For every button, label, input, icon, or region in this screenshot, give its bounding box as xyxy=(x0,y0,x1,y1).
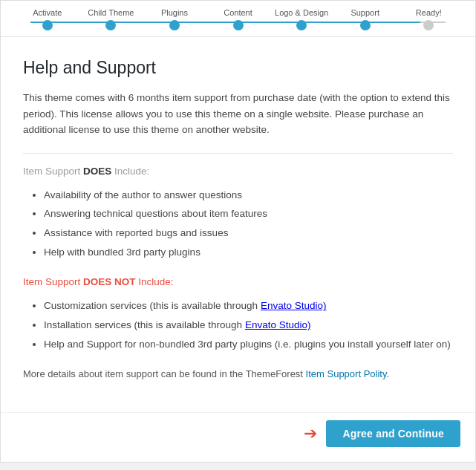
step-support-label: Support xyxy=(351,8,379,17)
step-content-dot xyxy=(233,20,244,30)
list-item: Installation services (this is available… xyxy=(44,316,453,335)
not-include-text-1: Customization services (this is availabl… xyxy=(44,300,261,311)
agree-and-continue-button[interactable]: Agree and Continue xyxy=(326,420,460,447)
step-activate-label: Activate xyxy=(33,8,62,17)
list-item: Answering technical questions about item… xyxy=(44,204,453,223)
step-child-theme-dot xyxy=(105,20,116,30)
list-item: Customization services (this is availabl… xyxy=(44,296,453,316)
does-include-heading-prefix: Item Support xyxy=(23,166,83,177)
step-ready: Ready! xyxy=(397,8,460,30)
envato-studio-link-1[interactable]: Envato Studio) xyxy=(261,300,327,311)
list-item: Help and Support for non-bundled 3rd par… xyxy=(44,335,453,354)
step-ready-dot xyxy=(423,20,434,30)
step-plugins-dot xyxy=(169,20,180,30)
does-include-suffix: Include: xyxy=(111,166,149,177)
list-item: Help with bundled 3rd party plugins xyxy=(44,243,453,262)
step-logo-design: Logo & Design xyxy=(270,8,333,30)
does-include-list: Availability of the author to answer que… xyxy=(23,186,453,262)
step-activate: Activate xyxy=(16,8,79,30)
does-not-include-heading: Item Support DOES NOT Include: xyxy=(23,276,453,287)
not-include-text-2: Installation services (this is available… xyxy=(44,319,245,330)
content-area: Help and Support This theme comes with 6… xyxy=(1,37,475,409)
item-support-polity-link[interactable]: Item Support Polity xyxy=(306,368,387,379)
step-logo-design-dot xyxy=(296,20,307,30)
page-container: Activate Child Theme Plugins Content Log… xyxy=(0,0,476,463)
arrow-right-icon: ➔ xyxy=(304,425,317,442)
footer-note-after: . xyxy=(386,368,389,379)
step-ready-label: Ready! xyxy=(416,8,442,17)
step-content-label: Content xyxy=(224,8,252,17)
footer-note-before: More details about item support can be f… xyxy=(23,368,306,379)
step-plugins-label: Plugins xyxy=(161,8,188,17)
button-row: ➔ Agree and Continue xyxy=(1,412,475,462)
does-include-bold: DOES xyxy=(83,166,111,177)
does-not-include-list: Customization services (this is availabl… xyxy=(23,296,453,353)
envato-studio-link-2[interactable]: Envato Studio) xyxy=(245,319,311,330)
does-not-bold: DOES NOT xyxy=(83,276,136,287)
step-content: Content xyxy=(206,8,270,30)
step-child-theme-label: Child Theme xyxy=(88,8,134,17)
step-logo-design-label: Logo & Design xyxy=(275,8,328,17)
step-support-dot xyxy=(360,20,371,30)
does-not-heading-prefix: Item Support xyxy=(23,276,83,287)
steps-container: Activate Child Theme Plugins Content Log… xyxy=(16,8,460,30)
does-not-suffix: Include: xyxy=(136,276,174,287)
list-item: Assistance with reported bugs and issues xyxy=(44,223,453,243)
step-support: Support xyxy=(333,8,397,30)
page-title: Help and Support xyxy=(23,58,453,78)
step-activate-dot xyxy=(42,20,53,30)
divider-1 xyxy=(23,153,453,154)
list-item: Availability of the author to answer que… xyxy=(44,186,453,205)
step-child-theme: Child Theme xyxy=(79,8,143,30)
intro-text: This theme comes with 6 months item supp… xyxy=(23,90,453,138)
footer-note: More details about item support can be f… xyxy=(23,368,453,379)
step-plugins: Plugins xyxy=(143,8,206,30)
does-include-heading: Item Support DOES Include: xyxy=(23,166,453,177)
progress-bar: Activate Child Theme Plugins Content Log… xyxy=(1,1,475,37)
